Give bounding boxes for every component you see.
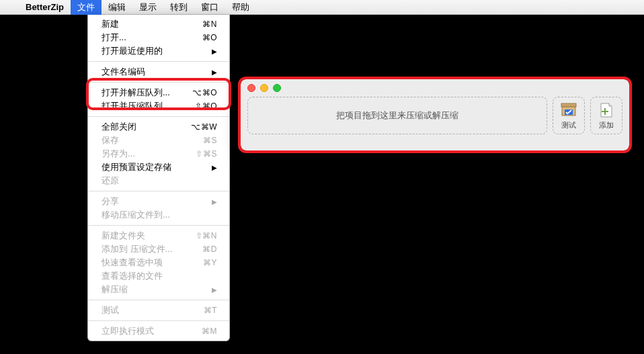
menu-item: 快速查看选中项⌘Y [88, 256, 229, 269]
menu-item-label: 文件名编码 [102, 66, 145, 78]
menu-separator [88, 225, 229, 226]
menu-item-label: 查看选择的文件 [102, 270, 163, 282]
test-button[interactable]: 测试 [553, 97, 585, 134]
menu-item-label: 另存为... [102, 148, 135, 160]
queue-window: 把项目拖到这里来压缩或解压缩 测试 [241, 79, 629, 150]
menu-item-label: 全部关闭 [102, 121, 136, 133]
menu-item-label: 新建文件夹 [102, 230, 145, 242]
menu-view[interactable]: 显示 [132, 0, 163, 15]
menu-separator [88, 116, 229, 117]
menu-item-shortcut: ⌘S [203, 136, 217, 145]
menu-help[interactable]: 帮助 [225, 0, 256, 15]
menu-item[interactable]: 文件名编码▶ [88, 65, 229, 79]
menu-item-shortcut: ⌘N [202, 19, 217, 29]
menubar: BetterZip 文件 编辑 显示 转到 窗口 帮助 [0, 0, 644, 15]
zoom-icon[interactable] [273, 84, 281, 92]
menu-item-shortcut: ⌘M [202, 326, 217, 336]
menu-item: 查看选择的文件 [88, 269, 229, 283]
file-menu-dropdown: 新建⌘N打开...⌘O打开最近使用的▶文件名编码▶打开并解压队列...⌥⌘O打开… [87, 15, 230, 341]
menu-item[interactable]: 打开最近使用的▶ [88, 44, 229, 58]
menu-item: 保存⌘S [88, 134, 229, 147]
menu-item-shortcut: ⇧⌘S [196, 149, 217, 159]
menu-item-label: 使用预置设定存储 [102, 161, 171, 173]
close-icon[interactable] [247, 84, 255, 92]
menu-item: 新建文件夹⇧⌘N [88, 229, 229, 242]
add-button-label: 添加 [599, 120, 614, 130]
menu-item-label: 打开并压缩队列... [102, 100, 170, 112]
dropzone[interactable]: 把项目拖到这里来压缩或解压缩 [247, 97, 547, 134]
box-check-icon [559, 101, 578, 119]
menu-item-label: 测试 [102, 304, 119, 316]
menu-item-label: 添加到 压缩文件... [102, 243, 172, 255]
menu-item-shortcut: ⌥⌘O [192, 88, 217, 97]
menu-separator [88, 82, 229, 83]
menu-file[interactable]: 文件 [71, 0, 102, 15]
menu-item: 测试⌘T [88, 304, 229, 317]
menu-item-label: 还原 [102, 175, 119, 187]
menu-separator [88, 61, 229, 62]
menu-item-shortcut: ⌘T [204, 306, 217, 315]
chevron-right-icon: ▶ [212, 164, 217, 171]
menu-go[interactable]: 转到 [163, 0, 194, 15]
menu-item-shortcut: ⌘O [202, 33, 217, 42]
menu-item-label: 移动压缩文件到... [102, 209, 170, 221]
menu-item[interactable]: 使用预置设定存储▶ [88, 161, 229, 174]
menu-window[interactable]: 窗口 [194, 0, 225, 15]
menu-item: 添加到 压缩文件...⌘D [88, 242, 229, 256]
menu-item[interactable]: 新建⌘N [88, 17, 229, 31]
menu-item-label: 解压缩 [102, 283, 128, 296]
menu-item: 立即执行模式⌘M [88, 324, 229, 338]
menu-separator [88, 191, 229, 191]
menu-item-label: 快速查看选中项 [102, 257, 163, 269]
menu-item: 另存为...⇧⌘S [88, 147, 229, 161]
chevron-right-icon: ▶ [212, 48, 217, 55]
menu-item: 解压缩▶ [88, 283, 229, 296]
menu-item-label: 新建 [102, 18, 119, 30]
menu-item: 分享▶ [88, 195, 229, 208]
menu-edit[interactable]: 编辑 [102, 0, 132, 15]
window-titlebar [241, 79, 629, 97]
menu-item-label: 保存 [102, 134, 119, 146]
menu-item[interactable]: 打开并解压队列...⌥⌘O [88, 86, 229, 99]
menu-item-label: 打开并解压队列... [102, 87, 170, 99]
menu-item-shortcut: ⌘D [202, 245, 217, 254]
dropzone-label: 把项目拖到这里来压缩或解压缩 [336, 109, 458, 122]
menu-item-shortcut: ⇧⌘O [195, 101, 217, 111]
document-plus-icon [597, 101, 616, 119]
menu-item-label: 打开... [102, 32, 126, 44]
window-toolbar: 把项目拖到这里来压缩或解压缩 测试 [241, 97, 629, 141]
menu-item[interactable]: 打开...⌘O [88, 31, 229, 44]
menu-separator [88, 300, 229, 300]
svg-rect-4 [602, 111, 608, 112]
menu-item-shortcut: ⌘Y [203, 258, 217, 267]
add-button[interactable]: 添加 [590, 97, 622, 134]
menu-item-shortcut: ⇧⌘N [196, 231, 217, 240]
menu-item: 还原 [88, 174, 229, 187]
menu-item-label: 立即执行模式 [102, 325, 154, 337]
menu-item-label: 分享 [102, 195, 119, 208]
app-name[interactable]: BetterZip [19, 2, 71, 12]
menu-separator [88, 320, 229, 321]
menu-item-label: 打开最近使用的 [102, 45, 163, 57]
test-button-label: 测试 [561, 120, 576, 130]
menu-item-shortcut: ⌥⌘W [191, 122, 217, 132]
chevron-right-icon: ▶ [212, 69, 217, 76]
svg-rect-0 [561, 103, 576, 107]
menu-item[interactable]: 打开并压缩队列...⇧⌘O [88, 99, 229, 113]
chevron-right-icon: ▶ [212, 286, 217, 294]
minimize-icon[interactable] [260, 84, 268, 92]
menu-item: 移动压缩文件到... [88, 208, 229, 222]
menu-item[interactable]: 全部关闭⌥⌘W [88, 120, 229, 134]
chevron-right-icon: ▶ [212, 198, 217, 206]
